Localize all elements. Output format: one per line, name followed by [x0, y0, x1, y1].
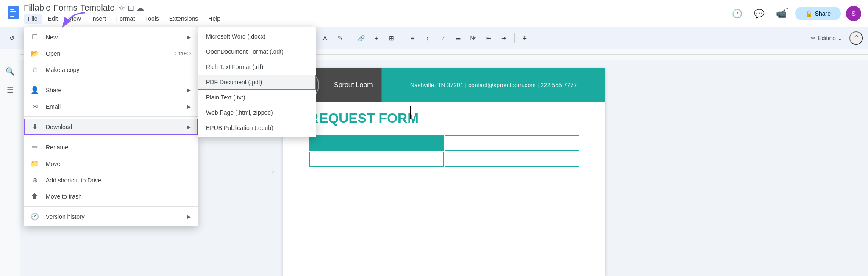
email-icon: ✉ [31, 102, 39, 110]
share-button[interactable]: 🔒 Share [795, 7, 841, 20]
menu-item-download[interactable]: ⬇ Download ▶ [24, 119, 198, 135]
trash-label: Move to trash [46, 193, 191, 200]
divider-1 [24, 80, 198, 80]
menu-item-share[interactable]: 👤 Share ▶ [24, 82, 198, 98]
menu-item-new[interactable]: ☐ New ▶ [24, 29, 198, 45]
contact-info-band: Nashville, TN 37201 | contact@sproutloom… [382, 68, 605, 102]
menu-item-open[interactable]: 📂 Open Ctrl+O [24, 45, 198, 62]
sidebar-outline-button[interactable]: ☰ [3, 83, 18, 98]
toolbar-collapse-button[interactable]: ⌃ [849, 31, 863, 45]
svg-rect-4 [10, 14, 16, 14]
submenu-odt[interactable]: OpenDocument Format (.odt) [198, 44, 316, 59]
comment-button[interactable]: + [370, 31, 383, 45]
menu-item-trash[interactable]: 🗑 Move to trash [24, 188, 198, 204]
share-arrow: ▶ [187, 87, 191, 93]
svg-rect-5 [10, 16, 14, 17]
docx-label: Microsoft Word (.docx) [206, 33, 266, 40]
avatar[interactable]: S [846, 6, 861, 21]
divider-4 [24, 206, 198, 207]
new-icon: ☐ [31, 33, 39, 41]
pdf-label: PDF Document (.pdf) [206, 79, 262, 86]
add-shortcut-label: Add shortcut to Drive [46, 177, 191, 184]
chevron-down-icon: ⌄ [837, 35, 843, 41]
menu-item-email[interactable]: ✉ Email ▶ [24, 98, 198, 115]
submenu-rtf[interactable]: Rich Text Format (.rtf) [198, 59, 316, 75]
submenu-pdf[interactable]: PDF Document (.pdf) [198, 75, 316, 90]
lock-icon: 🔒 [805, 10, 812, 17]
toolbar-divider-8 [514, 33, 515, 43]
form-heading: EQUEST FORM [319, 110, 419, 126]
menu-bar: File Edit View Insert Format Tools Exten… [24, 14, 729, 24]
submenu-html[interactable]: Web Page (.html, zipped) [198, 105, 316, 120]
download-submenu: Microsoft Word (.docx) OpenDocument Form… [198, 27, 316, 137]
menu-format[interactable]: Format [112, 14, 139, 24]
form-row-1 [309, 135, 579, 151]
email-label: Email [46, 103, 180, 110]
epub-label: EPUB Publication (.epub) [206, 124, 273, 131]
txt-label: Plain Text (.txt) [206, 94, 245, 101]
svg-rect-3 [10, 11, 16, 12]
move-icon: 📁 [31, 160, 39, 168]
menu-item-rename[interactable]: ✏ Rename [24, 139, 198, 155]
download-arrow: ▶ [187, 124, 191, 130]
share-menu-icon: 👤 [31, 86, 39, 94]
chat-button[interactable]: 💬 [751, 5, 768, 22]
text-cursor [410, 106, 411, 119]
meet-button[interactable]: 📹▾ [773, 5, 790, 22]
menu-item-add-shortcut[interactable]: ⊕ Add shortcut to Drive [24, 172, 198, 188]
move-label: Move [46, 160, 191, 167]
file-menu: ☐ New ▶ 📂 Open Ctrl+O ⧉ Make a copy 👤 Sh… [24, 27, 198, 226]
link-button[interactable]: 🔗 [354, 31, 368, 45]
decrease-indent-button[interactable]: ⇤ [482, 31, 495, 45]
toolbar-divider-6 [351, 33, 351, 43]
checklist-button[interactable]: ☑ [436, 31, 450, 45]
download-icon: ⬇ [31, 123, 39, 131]
new-arrow: ▶ [187, 34, 191, 40]
menu-item-move[interactable]: 📁 Move [24, 155, 198, 172]
menu-help[interactable]: Help [204, 14, 225, 24]
shortcut-icon: ⊕ [31, 176, 39, 184]
top-right-controls: 🕐 💬 📹▾ 🔒 Share S [729, 5, 861, 22]
version-history-button[interactable]: 🕐 [729, 5, 746, 22]
sidebar-search-button[interactable]: 🔍 [3, 64, 18, 79]
company-name: Sprout Loom [326, 68, 382, 102]
clear-format-button[interactable]: T [518, 31, 531, 45]
menu-file[interactable]: File [24, 14, 42, 24]
undo-button[interactable]: ↺ [5, 31, 19, 45]
document-page: YOUR LOGO Sprout Loom Nashville, TN 3720… [283, 68, 605, 276]
divider-2 [24, 116, 198, 117]
numbered-list-button[interactable]: № [467, 31, 480, 45]
rename-icon: ✏ [31, 143, 39, 151]
left-sidebar: 🔍 ☰ [0, 60, 20, 276]
menu-tools[interactable]: Tools [141, 14, 163, 24]
version-arrow: ▶ [187, 214, 191, 220]
align-button[interactable]: ≡ [406, 31, 419, 45]
star-icon[interactable]: ☆ [118, 3, 125, 13]
editing-mode-button[interactable]: ✏ Editing ⌄ [806, 33, 848, 43]
submenu-epub[interactable]: EPUB Publication (.epub) [198, 120, 316, 135]
menu-item-make-copy[interactable]: ⧉ Make a copy [24, 62, 198, 78]
line-spacing-button[interactable]: ↕ [421, 31, 434, 45]
pencil-icon: ✏ [811, 35, 816, 41]
bullet-list-button[interactable]: ☰ [451, 31, 465, 45]
copy-icon: ⧉ [31, 66, 39, 74]
font-color-button[interactable]: A [318, 31, 332, 45]
open-label: Open [46, 50, 168, 57]
share-menu-label: Share [46, 87, 180, 94]
menu-extensions[interactable]: Extensions [165, 14, 202, 24]
menu-item-version-history[interactable]: 🕐 Version history ▶ [24, 208, 198, 225]
odt-label: OpenDocument Format (.odt) [206, 48, 284, 55]
top-bar: Fillable-Forms-Template ☆ ⊡ ☁ File Edit … [0, 0, 868, 27]
svg-rect-2 [10, 9, 14, 10]
increase-indent-button[interactable]: ⇥ [497, 31, 511, 45]
rename-label: Rename [46, 144, 191, 151]
submenu-docx[interactable]: Microsoft Word (.docx) [198, 29, 316, 44]
drive-icon[interactable]: ⊡ [128, 3, 134, 13]
html-label: Web Page (.html, zipped) [206, 109, 273, 116]
editing-label: Editing [818, 35, 836, 41]
image-button[interactable]: ⊞ [385, 31, 398, 45]
submenu-txt[interactable]: Plain Text (.txt) [198, 90, 316, 105]
highlight-button[interactable]: ✎ [334, 31, 347, 45]
purple-arrow-indicator [59, 8, 93, 31]
download-label: Download [46, 124, 180, 130]
